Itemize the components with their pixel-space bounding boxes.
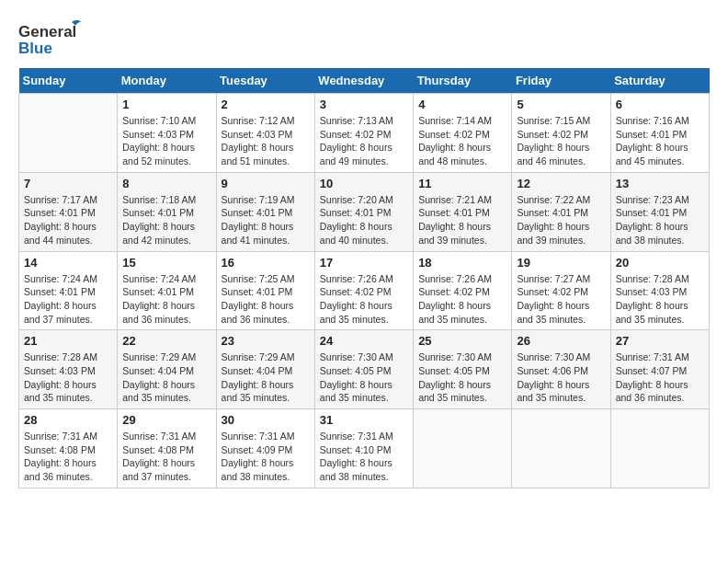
calendar-cell: 9Sunrise: 7:19 AMSunset: 4:01 PMDaylight… [216, 172, 314, 251]
day-info: Sunrise: 7:30 AMSunset: 4:05 PMDaylight:… [418, 350, 506, 405]
calendar-cell: 11Sunrise: 7:21 AMSunset: 4:01 PMDayligh… [414, 172, 512, 251]
day-number: 26 [517, 334, 605, 348]
calendar-cell: 29Sunrise: 7:31 AMSunset: 4:08 PMDayligh… [118, 409, 216, 488]
day-info: Sunrise: 7:31 AMSunset: 4:08 PMDaylight:… [24, 430, 112, 484]
day-number: 9 [222, 177, 310, 190]
day-number: 4 [418, 98, 506, 111]
weekday-header-thursday: Thursday [414, 68, 512, 94]
day-info: Sunrise: 7:13 AMSunset: 4:02 PMDaylight:… [320, 114, 408, 168]
weekday-header-friday: Friday [512, 68, 610, 94]
day-info: Sunrise: 7:31 AMSunset: 4:08 PMDaylight:… [122, 430, 210, 484]
day-number: 25 [418, 334, 506, 348]
calendar-cell: 6Sunrise: 7:16 AMSunset: 4:01 PMDaylight… [610, 94, 709, 173]
day-number: 3 [320, 98, 408, 111]
calendar-cell: 31Sunrise: 7:31 AMSunset: 4:10 PMDayligh… [314, 409, 413, 488]
day-number: 7 [24, 177, 112, 190]
day-info: Sunrise: 7:26 AMSunset: 4:02 PMDaylight:… [418, 272, 506, 327]
day-number: 23 [222, 334, 310, 348]
calendar-cell: 26Sunrise: 7:30 AMSunset: 4:06 PMDayligh… [512, 330, 610, 409]
day-info: Sunrise: 7:31 AMSunset: 4:07 PMDaylight:… [616, 350, 704, 405]
day-number: 21 [24, 334, 112, 348]
day-info: Sunrise: 7:31 AMSunset: 4:10 PMDaylight:… [320, 430, 408, 484]
calendar-cell [512, 409, 610, 488]
calendar-cell [610, 409, 709, 488]
day-info: Sunrise: 7:24 AMSunset: 4:01 PMDaylight:… [122, 272, 210, 327]
day-number: 14 [24, 256, 112, 270]
calendar-cell: 20Sunrise: 7:28 AMSunset: 4:03 PMDayligh… [610, 251, 709, 330]
svg-text:Blue: Blue [18, 40, 52, 57]
day-number: 10 [320, 177, 408, 190]
calendar-cell: 30Sunrise: 7:31 AMSunset: 4:09 PMDayligh… [216, 409, 314, 488]
day-number: 18 [418, 256, 506, 270]
day-info: Sunrise: 7:23 AMSunset: 4:01 PMDaylight:… [616, 193, 704, 247]
calendar-cell: 12Sunrise: 7:22 AMSunset: 4:01 PMDayligh… [512, 172, 610, 251]
day-info: Sunrise: 7:19 AMSunset: 4:01 PMDaylight:… [222, 193, 310, 247]
day-number: 11 [418, 177, 506, 190]
calendar-cell: 10Sunrise: 7:20 AMSunset: 4:01 PMDayligh… [314, 172, 413, 251]
day-number: 22 [122, 334, 210, 348]
day-number: 17 [320, 256, 408, 270]
day-number: 6 [616, 98, 704, 111]
calendar-cell: 17Sunrise: 7:26 AMSunset: 4:02 PMDayligh… [314, 251, 413, 330]
day-number: 2 [222, 98, 310, 111]
logo: GeneralBlue [18, 18, 83, 59]
day-info: Sunrise: 7:21 AMSunset: 4:01 PMDaylight:… [418, 193, 506, 247]
day-info: Sunrise: 7:20 AMSunset: 4:01 PMDaylight:… [320, 193, 408, 247]
day-number: 30 [222, 413, 310, 427]
calendar-cell: 22Sunrise: 7:29 AMSunset: 4:04 PMDayligh… [118, 330, 216, 409]
day-info: Sunrise: 7:30 AMSunset: 4:05 PMDaylight:… [320, 350, 408, 405]
calendar-cell: 16Sunrise: 7:25 AMSunset: 4:01 PMDayligh… [216, 251, 314, 330]
calendar-cell: 18Sunrise: 7:26 AMSunset: 4:02 PMDayligh… [414, 251, 512, 330]
day-number: 24 [320, 334, 408, 348]
calendar-cell: 15Sunrise: 7:24 AMSunset: 4:01 PMDayligh… [118, 251, 216, 330]
calendar-cell: 19Sunrise: 7:27 AMSunset: 4:02 PMDayligh… [512, 251, 610, 330]
day-info: Sunrise: 7:18 AMSunset: 4:01 PMDaylight:… [122, 193, 210, 247]
calendar-cell [414, 409, 512, 488]
weekday-header-tuesday: Tuesday [216, 68, 314, 94]
svg-text:General: General [18, 23, 76, 40]
calendar-cell: 28Sunrise: 7:31 AMSunset: 4:08 PMDayligh… [19, 409, 118, 488]
weekday-header-wednesday: Wednesday [314, 68, 413, 94]
day-info: Sunrise: 7:28 AMSunset: 4:03 PMDaylight:… [616, 272, 704, 327]
weekday-header-saturday: Saturday [610, 68, 709, 94]
day-info: Sunrise: 7:15 AMSunset: 4:02 PMDaylight:… [517, 114, 605, 168]
calendar-cell: 8Sunrise: 7:18 AMSunset: 4:01 PMDaylight… [118, 172, 216, 251]
calendar-cell: 25Sunrise: 7:30 AMSunset: 4:05 PMDayligh… [414, 330, 512, 409]
day-info: Sunrise: 7:22 AMSunset: 4:01 PMDaylight:… [517, 193, 605, 247]
day-info: Sunrise: 7:10 AMSunset: 4:03 PMDaylight:… [122, 114, 210, 168]
day-info: Sunrise: 7:27 AMSunset: 4:02 PMDaylight:… [517, 272, 605, 327]
day-number: 12 [517, 177, 605, 190]
day-info: Sunrise: 7:14 AMSunset: 4:02 PMDaylight:… [418, 114, 506, 168]
calendar-cell: 2Sunrise: 7:12 AMSunset: 4:03 PMDaylight… [216, 94, 314, 173]
day-number: 1 [122, 98, 210, 111]
day-info: Sunrise: 7:16 AMSunset: 4:01 PMDaylight:… [616, 114, 704, 168]
day-info: Sunrise: 7:29 AMSunset: 4:04 PMDaylight:… [222, 350, 310, 405]
calendar-cell: 5Sunrise: 7:15 AMSunset: 4:02 PMDaylight… [512, 94, 610, 173]
day-number: 28 [24, 413, 112, 427]
day-info: Sunrise: 7:31 AMSunset: 4:09 PMDaylight:… [222, 430, 310, 484]
calendar-cell: 14Sunrise: 7:24 AMSunset: 4:01 PMDayligh… [19, 251, 118, 330]
day-number: 15 [122, 256, 210, 270]
day-info: Sunrise: 7:30 AMSunset: 4:06 PMDaylight:… [517, 350, 605, 405]
day-info: Sunrise: 7:28 AMSunset: 4:03 PMDaylight:… [24, 350, 112, 405]
calendar-table: SundayMondayTuesdayWednesdayThursdayFrid… [18, 68, 710, 488]
calendar-cell: 27Sunrise: 7:31 AMSunset: 4:07 PMDayligh… [610, 330, 709, 409]
calendar-cell: 21Sunrise: 7:28 AMSunset: 4:03 PMDayligh… [19, 330, 118, 409]
calendar-cell: 24Sunrise: 7:30 AMSunset: 4:05 PMDayligh… [314, 330, 413, 409]
day-info: Sunrise: 7:12 AMSunset: 4:03 PMDaylight:… [222, 114, 310, 168]
calendar-cell: 7Sunrise: 7:17 AMSunset: 4:01 PMDaylight… [19, 172, 118, 251]
day-number: 29 [122, 413, 210, 427]
day-number: 16 [222, 256, 310, 270]
weekday-header-monday: Monday [118, 68, 216, 94]
calendar-cell: 13Sunrise: 7:23 AMSunset: 4:01 PMDayligh… [610, 172, 709, 251]
day-number: 8 [122, 177, 210, 190]
calendar-cell: 23Sunrise: 7:29 AMSunset: 4:04 PMDayligh… [216, 330, 314, 409]
page-header: GeneralBlue [18, 18, 710, 59]
calendar-cell: 4Sunrise: 7:14 AMSunset: 4:02 PMDaylight… [414, 94, 512, 173]
calendar-cell: 3Sunrise: 7:13 AMSunset: 4:02 PMDaylight… [314, 94, 413, 173]
day-number: 31 [320, 413, 408, 427]
calendar-cell [19, 94, 118, 173]
day-info: Sunrise: 7:29 AMSunset: 4:04 PMDaylight:… [122, 350, 210, 405]
day-number: 5 [517, 98, 605, 111]
logo-svg: GeneralBlue [18, 18, 83, 59]
